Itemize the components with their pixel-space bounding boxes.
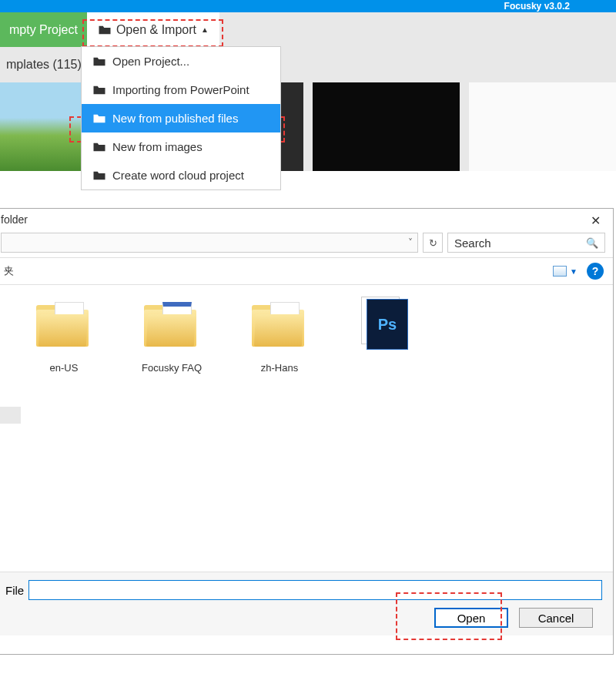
cancel-button[interactable]: Cancel bbox=[519, 608, 593, 628]
file-item-folder[interactable]: en-US bbox=[25, 297, 102, 374]
caret-up-icon: ▲ bbox=[201, 25, 209, 34]
new-empty-project-button[interactable]: mpty Project bbox=[0, 12, 87, 47]
folder-icon bbox=[92, 85, 106, 96]
refresh-icon: ↻ bbox=[429, 237, 437, 249]
dialog-toolbar-right: ▼ ? bbox=[553, 263, 604, 280]
path-caret-icon: ˅ bbox=[408, 237, 413, 248]
templates-label-text: mplates (115) bbox=[6, 58, 82, 71]
app-titlebar: Focusky v3.0.2 bbox=[0, 0, 616, 12]
template-thumb[interactable] bbox=[469, 82, 616, 171]
file-item-label: Focusky FAQ bbox=[133, 362, 210, 374]
view-mode-dropdown[interactable]: ▼ bbox=[553, 266, 578, 277]
help-button[interactable]: ? bbox=[587, 263, 604, 280]
open-import-wrap: Open & Import ▲ bbox=[87, 12, 219, 47]
open-button[interactable]: Open bbox=[434, 608, 508, 628]
file-item-ps[interactable]: Ps bbox=[349, 297, 426, 359]
ps-thumb-icon: Ps bbox=[356, 299, 419, 353]
folder-icon bbox=[98, 25, 112, 35]
folder-icon bbox=[92, 142, 106, 153]
file-list-area[interactable]: en-US Focusky FAQ zh-Hans Ps bbox=[0, 285, 613, 572]
menu-new-from-published[interactable]: New from published files bbox=[82, 104, 280, 132]
folder-icon bbox=[92, 113, 106, 124]
menu-new-from-images[interactable]: New from images bbox=[82, 132, 280, 161]
filename-input[interactable] bbox=[28, 580, 602, 600]
search-input[interactable]: Search 🔍 bbox=[447, 233, 605, 253]
menu-import-ppt[interactable]: Importing from PowerPoint bbox=[82, 75, 280, 104]
dialog-title-text: folder bbox=[1, 213, 28, 228]
file-item-label: en-US bbox=[25, 362, 102, 374]
chevron-down-icon: ▼ bbox=[570, 267, 578, 276]
doc-thumb-icon bbox=[140, 302, 203, 356]
file-item-folder[interactable]: zh-Hans bbox=[241, 297, 318, 374]
view-icon bbox=[553, 266, 567, 277]
search-placeholder-text: Search bbox=[454, 236, 491, 250]
sidebar-stub bbox=[0, 407, 21, 424]
dialog-nav-row: ˅ ↻ Search 🔍 bbox=[0, 230, 613, 257]
menu-open-project[interactable]: Open Project... bbox=[82, 47, 280, 75]
path-breadcrumb[interactable]: ˅ bbox=[1, 233, 418, 253]
menu-label: Importing from PowerPoint bbox=[112, 83, 249, 96]
help-icon: ? bbox=[592, 265, 599, 277]
app-title-text: Focusky v3.0.2 bbox=[504, 1, 570, 12]
dialog-bottom-panel: File Open Cancel bbox=[0, 572, 613, 635]
menu-label: Create word cloud project bbox=[112, 169, 244, 182]
open-import-dropdown: Open Project... Importing from PowerPoin… bbox=[81, 46, 281, 190]
dialog-titlebar: folder ✕ bbox=[0, 209, 613, 230]
organize-label[interactable]: 夹 bbox=[4, 264, 14, 278]
folder-thumb-icon bbox=[248, 302, 311, 356]
menu-label: New from images bbox=[112, 140, 203, 153]
search-icon: 🔍 bbox=[586, 237, 598, 249]
dialog-button-row: Open Cancel bbox=[5, 608, 602, 628]
menu-word-cloud[interactable]: Create word cloud project bbox=[82, 161, 280, 189]
new-empty-project-label: mpty Project bbox=[9, 23, 78, 37]
menu-label: Open Project... bbox=[112, 55, 189, 68]
filename-row: File bbox=[5, 580, 602, 600]
close-icon[interactable]: ✕ bbox=[586, 213, 605, 228]
folder-icon bbox=[92, 56, 106, 67]
dialog-toolbar: 夹 ▼ ? bbox=[0, 257, 613, 285]
template-thumb[interactable] bbox=[313, 82, 460, 171]
refresh-button[interactable]: ↻ bbox=[423, 233, 443, 253]
file-item-label: zh-Hans bbox=[241, 362, 318, 374]
folder-icon bbox=[92, 170, 106, 181]
menu-label: New from published files bbox=[112, 112, 238, 125]
main-toolbar: mpty Project Open & Import ▲ bbox=[0, 12, 616, 47]
open-import-button[interactable]: Open & Import ▲ bbox=[87, 12, 219, 47]
folder-thumb-icon bbox=[32, 302, 95, 356]
file-browser-dialog: folder ✕ ˅ ↻ Search 🔍 夹 ▼ ? bbox=[0, 208, 614, 655]
filename-label: File bbox=[5, 584, 24, 597]
file-item-doc[interactable]: Focusky FAQ bbox=[133, 297, 210, 374]
open-import-label: Open & Import bbox=[116, 23, 196, 37]
